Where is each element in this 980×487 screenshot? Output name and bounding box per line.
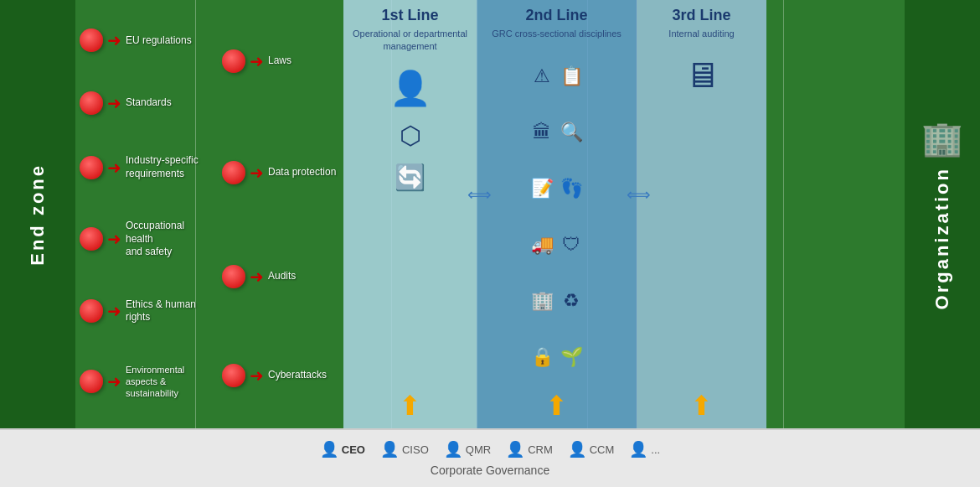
role-ceo: 👤 CEO <box>320 440 365 459</box>
reg-dot <box>80 156 103 179</box>
role-label-crm: CRM <box>528 443 553 456</box>
list-item: ➜ Laws <box>222 49 339 73</box>
person-icon: 👤 <box>389 69 431 108</box>
role-more: 👤 ... <box>629 440 660 459</box>
reg-dot <box>80 91 103 115</box>
list-item: ➜ Standards <box>80 91 214 115</box>
list-item: ➜ Occupational healthand safety <box>80 220 214 259</box>
main-container: End zone ➜ EU regulations ➜ <box>0 0 980 487</box>
line-3-column: 3rd Line Internal auditing 🖥 ⬆ <box>637 0 766 428</box>
reg-dot <box>80 227 103 251</box>
arrow-icon: ➜ <box>107 371 121 391</box>
dashboard-icon: 🖥 <box>684 55 720 96</box>
yellow-arrow-up-3: ⬆ <box>690 390 713 422</box>
reg-label: Industry-specificrequirements <box>126 154 199 180</box>
checklist-icon: 📋 <box>560 65 583 87</box>
arrow-icon: ➜ <box>250 163 264 183</box>
reg-label: Data protection <box>268 166 336 179</box>
arrow-icon: ➜ <box>250 267 264 287</box>
reg-label: Audits <box>268 270 296 283</box>
line-1-desc: Operational or departmental management <box>350 28 470 54</box>
reg-label: Environmental aspects & sustainability <box>126 364 214 400</box>
left-endzone: End zone <box>0 0 75 428</box>
list-item: ➜ Environmental aspects & sustainability <box>80 364 214 400</box>
line-1-icons: 👤 ⬡ 🔄 <box>389 60 431 390</box>
arrow-icon: ➜ <box>107 158 121 178</box>
role-crm: 👤 CRM <box>506 440 553 459</box>
arrow-icon: ➜ <box>107 301 121 321</box>
fire-building-icon: 🏢 <box>531 290 554 312</box>
reg-label: Ethics & human rights <box>126 298 214 324</box>
person-icon-more: 👤 <box>629 440 647 459</box>
reg-label: Standards <box>126 96 172 110</box>
governance-footer: 👤 CEO 👤 CISO 👤 QMR 👤 CRM 👤 CCM <box>0 428 980 487</box>
list-item: ➜ Audits <box>222 265 339 288</box>
lines-wrapper: 1st Line Operational or departmental man… <box>343 0 905 428</box>
reg-dot <box>80 370 103 393</box>
document-sign-icon: 📝 <box>531 178 554 199</box>
person-icon-ciso: 👤 <box>380 440 399 459</box>
person-icon-qmr: 👤 <box>444 440 462 459</box>
line-2-header: 2nd Line <box>525 7 587 24</box>
yellow-arrow-up: ⬆ <box>399 390 421 422</box>
list-item: ➜ Industry-specificrequirements <box>80 154 214 180</box>
reg-label: Cyberattacks <box>268 369 327 382</box>
list-item: ➜ EU regulations <box>80 28 214 52</box>
role-ciso: 👤 CISO <box>380 440 429 459</box>
org-label: Organization <box>931 167 953 309</box>
arrow-icon: ➜ <box>107 93 121 113</box>
yellow-arrow-up-2: ⬆ <box>545 390 568 422</box>
alert-icon: ⚠ <box>531 65 554 87</box>
line-2-column: 2nd Line GRC cross-sectional disciplines… <box>477 0 637 428</box>
reg-label: Occupational healthand safety <box>126 220 214 259</box>
horizontal-arrow-2: ⟺ <box>627 184 651 205</box>
line-3-header: 3rd Line <box>672 7 730 24</box>
person-icon-crm: 👤 <box>506 440 524 459</box>
person-icon-ccm: 👤 <box>568 440 586 459</box>
list-item: ➜ Ethics & human rights <box>80 298 214 324</box>
center-content: ➜ EU regulations ➜ Standards ➜ Industry-… <box>75 0 905 428</box>
role-label-more: ... <box>651 443 660 456</box>
reg-label: Laws <box>268 54 291 68</box>
line-2-desc: GRC cross-sectional disciplines <box>492 28 622 40</box>
arrow-icon: ➜ <box>250 51 264 71</box>
settings-truck-icon: 🚚 <box>531 234 554 256</box>
right-endzone: 🏢 Organization <box>905 0 980 428</box>
reg-dot <box>80 299 103 323</box>
reg-label: EU regulations <box>126 34 192 48</box>
line-3-icons: 🖥 <box>684 47 720 390</box>
refresh-icon: ♻ <box>560 290 583 312</box>
governance-roles: 👤 CEO 👤 CISO 👤 QMR 👤 CRM 👤 CCM <box>320 440 660 459</box>
line-3-desc: Internal auditing <box>668 28 734 40</box>
line-2-icons: ⚠ 📋 🏛 🔍 📝 👣 🚚 🛡 🏢 ♻ 🔒 🌱 <box>527 47 587 386</box>
reg-dot <box>222 161 245 184</box>
list-item: ➜ Data protection <box>222 161 339 184</box>
role-label-ccm: CCM <box>590 443 615 456</box>
list-item: ➜ Cyberattacks <box>222 364 339 387</box>
seedling-icon: 🌱 <box>560 346 583 368</box>
role-label-ciso: CISO <box>402 443 429 456</box>
arrow-icon: ➜ <box>107 229 121 249</box>
document-search-icon: 🔍 <box>560 122 583 143</box>
cycle-icon: 🔄 <box>395 163 426 192</box>
role-label-ceo: CEO <box>342 443 365 456</box>
role-qmr: 👤 QMR <box>444 440 491 459</box>
lock-icon: 🔒 <box>531 346 554 368</box>
role-ccm: 👤 CCM <box>568 440 615 459</box>
line-1-header: 1st Line <box>381 7 438 24</box>
steps-icon: 👣 <box>560 178 583 199</box>
reg-dot <box>80 28 103 52</box>
reg-dot <box>222 265 245 288</box>
arrow-icon: ➜ <box>107 30 121 50</box>
building-icon: 🏢 <box>921 119 963 158</box>
endzone-label: End zone <box>27 163 49 266</box>
shield-doc-icon: 🛡 <box>560 234 583 256</box>
field-area: End zone ➜ EU regulations ➜ <box>0 0 980 428</box>
governance-title: Corporate Governance <box>431 464 549 477</box>
regulations-wrapper: ➜ EU regulations ➜ Standards ➜ Industry-… <box>75 0 343 428</box>
person-icon-ceo: 👤 <box>320 440 338 459</box>
workflow-icon: ⬡ <box>400 121 421 150</box>
reg-dot <box>222 364 245 387</box>
line-1-column: 1st Line Operational or departmental man… <box>343 0 477 428</box>
reg-dot <box>222 49 245 73</box>
